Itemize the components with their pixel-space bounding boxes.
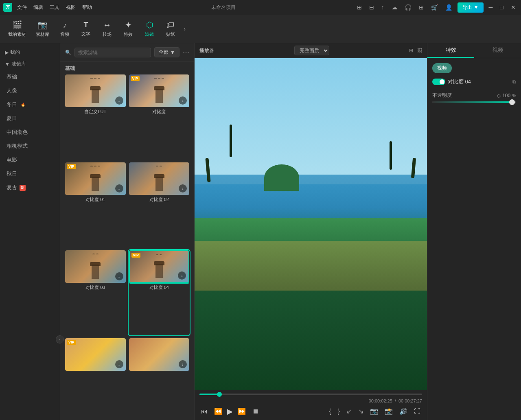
download-icon-8[interactable]: ↓ <box>179 360 187 368</box>
stop-btn[interactable]: ⏹ <box>251 406 260 417</box>
step-fwd-btn[interactable]: ⏩ <box>236 406 247 417</box>
menu-edit[interactable]: 编辑 <box>33 4 43 11</box>
progress-bar-container <box>199 394 422 395</box>
opacity-track[interactable] <box>432 101 516 103</box>
tool-sticker-label: 贴纸 <box>166 31 175 37</box>
toolbar-more[interactable]: › <box>184 25 186 33</box>
tool-assets-lib[interactable]: 📷 素材库 <box>32 18 53 40</box>
filter-item-contrast04[interactable]: VIP ↓ 对比度 04 <box>129 250 190 335</box>
sidebar-autumn-label: 秋日 <box>7 170 17 177</box>
screenshot-btn[interactable]: 📷 <box>368 406 380 417</box>
progress-track[interactable] <box>199 394 422 395</box>
icon-cart[interactable]: 🛒 <box>429 3 440 11</box>
export-button[interactable]: 导出 ▼ <box>458 2 484 13</box>
play-btn[interactable]: ▶ <box>227 407 233 416</box>
close-button[interactable]: ✕ <box>509 3 518 11</box>
icon-cloud[interactable]: ☁ <box>390 3 399 11</box>
snapshot-btn[interactable]: 📸 <box>383 406 394 417</box>
overwrite-btn[interactable]: ↘ <box>357 406 365 417</box>
menu-help[interactable]: 帮助 <box>82 4 92 11</box>
icon-headphone[interactable]: 🎧 <box>403 3 414 11</box>
icon-grid[interactable]: ⊟ <box>367 3 376 11</box>
volume-btn[interactable]: 🔊 <box>398 406 409 417</box>
sidebar-item-chinafashion[interactable]: 中国潮色 <box>0 125 60 139</box>
step-back-btn[interactable]: ⏪ <box>212 406 224 417</box>
right-sub-tab[interactable]: 视频 <box>432 63 452 73</box>
menu-view[interactable]: 视图 <box>66 4 76 11</box>
effect-toggle[interactable] <box>432 79 445 85</box>
filter-more-btn[interactable]: ⋯ <box>183 48 189 56</box>
opacity-unit: % <box>512 93 516 98</box>
icon-apps[interactable]: ⊞ <box>417 3 426 11</box>
right-tabs: 特效 视频 <box>427 43 521 58</box>
filter-item-customlut[interactable]: ↓ 自定义LUT <box>65 74 126 159</box>
sidebar-item-movie[interactable]: 电影 <box>0 153 60 167</box>
mark-out-btn[interactable]: } <box>336 406 341 417</box>
tool-text[interactable]: T 文字 <box>76 18 96 39</box>
menu-bar: 文件 编辑 工具 视图 帮助 <box>17 4 92 11</box>
sidebar-item-autumn[interactable]: 秋日 <box>0 167 60 181</box>
sidebar-item-winter[interactable]: 冬日 🔥 <box>0 98 60 112</box>
skip-back-btn[interactable]: ⏮ <box>199 406 209 417</box>
sidebar-item-basic[interactable]: 基础 <box>0 70 60 84</box>
total-time: 00:00:27:27 <box>398 398 422 403</box>
tool-effects[interactable]: ✦ 特效 <box>118 18 138 40</box>
insert-btn[interactable]: ↙ <box>345 406 353 417</box>
filter-panel: 🔍 全部 ▼ ⋯ 基础 ↓ 自定义LUT VIP <box>60 43 195 420</box>
progress-handle[interactable] <box>217 392 222 397</box>
filter-item-vip1[interactable]: VIP ↓ <box>65 338 126 417</box>
sidebar-portrait-label: 人像 <box>7 87 17 94</box>
download-icon-2[interactable]: ↓ <box>179 96 187 105</box>
titlebar-right: ⊞ ⊟ ↑ ☁ 🎧 ⊞ 🛒 👤 导出 ▼ ─ □ ✕ <box>355 2 518 13</box>
sidebar-my-section[interactable]: ▶ 我的 <box>0 46 60 58</box>
filter-item-vip2[interactable]: ↓ <box>129 338 190 417</box>
preview-icons: ⊞ 🖼 <box>409 48 422 53</box>
tool-sticker[interactable]: 🏷 贴纸 <box>161 18 180 40</box>
minimize-button[interactable]: ─ <box>487 3 495 11</box>
menu-file[interactable]: 文件 <box>17 4 27 11</box>
tool-audio[interactable]: ♪ 音频 <box>55 18 74 40</box>
icon-user[interactable]: 👤 <box>443 3 454 11</box>
quality-select[interactable]: 完整画质 1/2画质 <box>294 46 329 55</box>
download-icon-7[interactable]: ↓ <box>115 360 123 368</box>
fullscreen-btn[interactable]: ⛶ <box>412 406 422 417</box>
chevron-down-icon: ▼ <box>170 50 175 55</box>
filter-name-contrast04: 对比度 04 <box>129 283 190 291</box>
tool-filter[interactable]: ⬡ 滤镜 <box>140 18 159 40</box>
sidebar-item-summer[interactable]: 夏日 <box>0 112 60 125</box>
copy-icon[interactable]: ⧉ <box>512 79 516 85</box>
tab-video[interactable]: 视频 <box>474 43 521 58</box>
download-icon-4[interactable]: ↓ <box>179 184 187 192</box>
sidebar-item-portrait[interactable]: 人像 <box>0 84 60 98</box>
tool-my-assets[interactable]: 🎬 我的素材 <box>4 18 30 40</box>
transition-icon: ↔ <box>103 20 111 30</box>
tab-effects[interactable]: 特效 <box>427 43 474 58</box>
filter-item-contrast02[interactable]: ↓ 对比度 02 <box>129 162 190 247</box>
filter-all-btn[interactable]: 全部 ▼ <box>154 47 180 57</box>
filter-item-contrast01[interactable]: VIP ↓ 对比度 01 <box>65 162 126 247</box>
sidebar-filter-lib[interactable]: ▼ 滤镜库 <box>0 58 60 70</box>
icon-share[interactable]: ↑ <box>379 3 386 11</box>
opacity-handle[interactable] <box>509 99 515 105</box>
mark-in-btn[interactable]: { <box>327 406 333 417</box>
tool-assets-lib-label: 素材库 <box>36 31 49 37</box>
download-icon-6[interactable]: ↓ <box>178 271 186 280</box>
download-icon-3[interactable]: ↓ <box>115 184 123 192</box>
sidebar-item-vintage[interactable]: 复古 新 <box>0 181 60 195</box>
filter-search-input[interactable] <box>74 48 151 57</box>
preview-grid-icon[interactable]: ⊞ <box>409 48 413 53</box>
menu-tools[interactable]: 工具 <box>50 4 59 11</box>
filter-item-contrast03[interactable]: ↓ 对比度 03 <box>65 250 126 335</box>
icon-monitor[interactable]: ⊞ <box>355 3 364 11</box>
sidebar-collapse-btn[interactable]: ‹ <box>56 335 64 343</box>
filter-item-contrast[interactable]: VIP ↓ 对比度 <box>129 74 190 159</box>
sidebar-item-camera[interactable]: 相机模式 <box>0 139 60 153</box>
progress-fill <box>199 394 219 395</box>
tool-transition[interactable]: ↔ 转场 <box>97 18 117 40</box>
maximize-button[interactable]: □ <box>498 3 506 11</box>
filter-thumb-vip1: VIP ↓ <box>65 338 126 371</box>
preview-photo-icon[interactable]: 🖼 <box>417 48 422 53</box>
download-icon-5[interactable]: ↓ <box>115 272 123 280</box>
filter-name-vip2 <box>129 371 190 373</box>
download-icon[interactable]: ↓ <box>115 96 123 105</box>
